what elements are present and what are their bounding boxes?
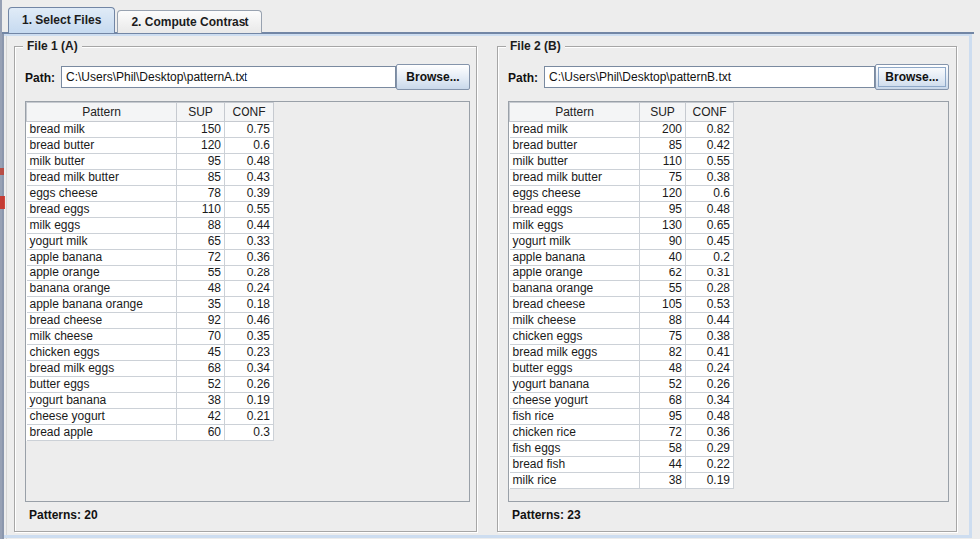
table-row[interactable]: bread butter1200.6 (27, 138, 274, 154)
conf-column-header[interactable]: CONF (225, 103, 274, 122)
table-row[interactable]: yogurt milk900.45 (510, 234, 734, 250)
table-row[interactable]: bread eggs950.48 (510, 202, 734, 218)
table-row[interactable]: apple orange620.31 (510, 266, 734, 281)
table-row[interactable]: bread milk eggs680.34 (27, 361, 274, 377)
conf-column-header[interactable]: CONF (686, 103, 734, 122)
file1-path-input[interactable] (61, 66, 396, 88)
file2-table-scrollpane[interactable]: Pattern SUP CONF bread milk2000.82bread … (508, 101, 949, 502)
table-row[interactable]: yogurt banana380.19 (27, 393, 274, 409)
pattern-cell: cheese yogurt (510, 393, 640, 409)
conf-cell: 0.44 (225, 218, 274, 234)
table-row[interactable]: milk eggs1300.65 (510, 218, 734, 234)
table-row[interactable]: milk rice380.19 (510, 473, 734, 489)
table-row[interactable]: apple banana720.36 (27, 250, 274, 266)
table-row[interactable]: chicken rice720.36 (510, 425, 734, 441)
table-row[interactable]: chicken eggs450.23 (27, 345, 274, 361)
sup-cell: 105 (640, 297, 686, 313)
table-row[interactable]: banana orange550.28 (510, 281, 734, 297)
table-row[interactable]: apple banana400.2 (510, 250, 734, 266)
table-row[interactable]: cheese yogurt680.34 (510, 393, 734, 409)
pattern-cell: eggs cheese (27, 186, 177, 202)
pattern-cell: bread fish (510, 457, 640, 473)
screen-artifact (0, 168, 4, 175)
table-row[interactable]: butter eggs480.24 (510, 361, 734, 377)
table-row[interactable]: bread milk eggs820.41 (510, 345, 734, 361)
sup-column-header[interactable]: SUP (177, 103, 225, 122)
table-row[interactable]: chicken eggs750.38 (510, 329, 734, 345)
pattern-cell: bread cheese (510, 297, 640, 313)
table-row[interactable]: fish rice950.48 (510, 409, 734, 425)
table-row[interactable]: bread milk butter850.43 (27, 170, 274, 186)
conf-cell: 0.26 (225, 377, 274, 393)
sup-cell: 92 (177, 313, 225, 329)
file2-pattern-table: Pattern SUP CONF bread milk2000.82bread … (509, 102, 734, 489)
conf-cell: 0.55 (225, 202, 274, 218)
table-row[interactable]: butter eggs520.26 (27, 377, 274, 393)
sup-cell: 85 (177, 170, 225, 186)
pattern-cell: apple banana (27, 250, 177, 266)
conf-cell: 0.39 (225, 186, 274, 202)
conf-cell: 0.33 (225, 234, 274, 250)
sup-cell: 150 (177, 122, 225, 138)
table-row[interactable]: bread eggs1100.55 (27, 202, 274, 218)
table-row[interactable]: bread milk butter750.38 (510, 170, 734, 186)
pattern-cell: yogurt milk (510, 234, 640, 250)
file2-panel-title: File 2 (B) (506, 39, 565, 53)
file2-path-input[interactable] (544, 66, 875, 88)
table-row[interactable]: milk eggs880.44 (27, 218, 274, 234)
pattern-column-header[interactable]: Pattern (27, 103, 177, 122)
table-row[interactable]: yogurt milk650.33 (27, 234, 274, 250)
sup-cell: 78 (177, 186, 225, 202)
pattern-cell: milk eggs (27, 218, 177, 234)
table-row[interactable]: cheese yogurt420.21 (27, 409, 274, 425)
conf-cell: 0.29 (686, 441, 734, 457)
table-row[interactable]: bread cheese1050.53 (510, 297, 734, 313)
table-row[interactable]: fish eggs580.29 (510, 441, 734, 457)
conf-cell: 0.48 (686, 409, 734, 425)
table-row[interactable]: bread butter850.42 (510, 138, 734, 154)
table-row[interactable]: yogurt banana520.26 (510, 377, 734, 393)
pattern-cell: milk eggs (510, 218, 640, 234)
file2-browse-button[interactable]: Browse... (875, 64, 949, 90)
table-row[interactable]: bread milk1500.75 (27, 122, 274, 138)
conf-cell: 0.19 (225, 393, 274, 409)
pattern-cell: eggs cheese (510, 186, 640, 202)
table-row[interactable]: bread fish440.22 (510, 457, 734, 473)
conf-cell: 0.38 (686, 329, 734, 345)
tab-compute-contrast[interactable]: 2. Compute Contrast (117, 10, 262, 33)
table-row[interactable]: milk butter950.48 (27, 154, 274, 170)
sup-cell: 40 (640, 250, 686, 266)
table-row[interactable]: banana orange480.24 (27, 281, 274, 297)
table-row[interactable]: bread apple600.3 (27, 425, 274, 441)
table-row[interactable]: bread milk2000.82 (510, 122, 734, 138)
table-row[interactable]: apple orange550.28 (27, 266, 274, 281)
conf-cell: 0.6 (225, 138, 274, 154)
conf-cell: 0.35 (225, 329, 274, 345)
table-row[interactable]: apple banana orange350.18 (27, 297, 274, 313)
file1-browse-button[interactable]: Browse... (396, 64, 470, 90)
table-row[interactable]: milk cheese700.35 (27, 329, 274, 345)
table-row[interactable]: milk cheese880.44 (510, 313, 734, 329)
table-row[interactable]: eggs cheese780.39 (27, 186, 274, 202)
conf-cell: 0.82 (686, 122, 734, 138)
conf-cell: 0.43 (225, 170, 274, 186)
file1-table-scrollpane[interactable]: Pattern SUP CONF bread milk1500.75bread … (25, 101, 470, 502)
sup-column-header[interactable]: SUP (640, 103, 686, 122)
sup-cell: 48 (640, 361, 686, 377)
table-row[interactable]: eggs cheese1200.6 (510, 186, 734, 202)
pattern-cell: bread milk eggs (510, 345, 640, 361)
table-row[interactable]: milk butter1100.55 (510, 154, 734, 170)
table-row[interactable]: bread cheese920.46 (27, 313, 274, 329)
conf-cell: 0.21 (225, 409, 274, 425)
file1-patterns-count: Patterns: 20 (29, 508, 98, 522)
sup-cell: 68 (177, 361, 225, 377)
sup-cell: 200 (640, 122, 686, 138)
sup-cell: 72 (640, 425, 686, 441)
conf-cell: 0.23 (225, 345, 274, 361)
conf-cell: 0.19 (686, 473, 734, 489)
sup-cell: 62 (640, 266, 686, 281)
screen-artifact (0, 196, 5, 209)
pattern-column-header[interactable]: Pattern (510, 103, 640, 122)
conf-cell: 0.53 (686, 297, 734, 313)
tab-select-files[interactable]: 1. Select Files (8, 7, 115, 33)
